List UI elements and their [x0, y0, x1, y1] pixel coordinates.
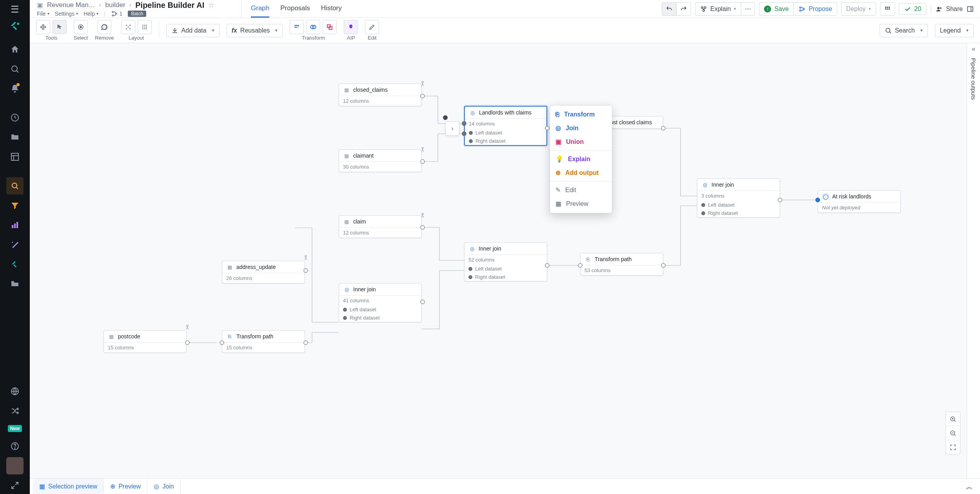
- svg-rect-49: [294, 27, 298, 27]
- aip-tool[interactable]: [344, 20, 358, 34]
- transform-tool[interactable]: [290, 20, 304, 34]
- settings-menu[interactable]: Settings ▾: [55, 11, 78, 17]
- layout-grid[interactable]: [138, 20, 152, 34]
- node-inner-join-3[interactable]: ◎Inner join 3 columns Left dataset Right…: [697, 178, 780, 218]
- chevron-right-icon: ›: [99, 1, 102, 9]
- tab-proposals[interactable]: Proposals: [280, 0, 310, 18]
- svg-rect-22: [889, 7, 890, 8]
- globe-rail-icon[interactable]: [6, 383, 24, 400]
- menu-toggle-icon[interactable]: ☰: [11, 4, 19, 15]
- node-at-risk-landlords[interactable]: ◯At risk landlords Not yet deployed: [818, 190, 901, 213]
- bottom-selection-preview[interactable]: ▦Selection preview: [33, 479, 104, 494]
- help-rail-icon[interactable]: [6, 438, 24, 455]
- svg-point-56: [422, 147, 423, 149]
- files-rail-icon[interactable]: [6, 275, 24, 292]
- ctx-add-output[interactable]: ⊕Add output: [550, 166, 612, 180]
- breadcrumb-block: ▣ Revenue Man… › builder › Pipeline Buil…: [30, 0, 241, 18]
- wand-rail-icon[interactable]: [6, 236, 24, 253]
- node-inner-join-1[interactable]: ◎Inner join 41 columns Left dataset Righ…: [339, 283, 422, 322]
- filter-rail-icon[interactable]: [6, 197, 24, 214]
- layout-auto[interactable]: [121, 20, 135, 34]
- bottom-join[interactable]: ◎Join: [147, 479, 180, 494]
- add-data-button[interactable]: Add data: [166, 24, 220, 37]
- ctx-join[interactable]: ◎Join: [550, 121, 612, 135]
- history-rail-icon[interactable]: [6, 109, 24, 126]
- union-tool[interactable]: [323, 20, 337, 34]
- help-menu[interactable]: Help ▾: [83, 11, 98, 17]
- svg-point-55: [422, 82, 423, 83]
- search-rail-icon[interactable]: [6, 60, 24, 78]
- svg-point-26: [937, 7, 940, 9]
- zoom-in-button[interactable]: [946, 412, 960, 426]
- node-transform-path-1[interactable]: ⎘Transform path 15 columns: [222, 330, 305, 353]
- explain-button[interactable]: Explain ▾: [695, 2, 741, 16]
- edit-tool[interactable]: [365, 20, 379, 34]
- query-rail-icon[interactable]: [6, 177, 24, 194]
- user-avatar[interactable]: [6, 457, 24, 474]
- node-inner-join-2[interactable]: ◎Inner join 52 columns Left dataset Righ…: [464, 242, 547, 282]
- breadcrumb-builder[interactable]: builder: [105, 1, 125, 9]
- zoom-out-button[interactable]: [946, 426, 960, 440]
- svg-point-12: [112, 15, 113, 16]
- remove-tool[interactable]: [97, 20, 111, 34]
- svg-point-38: [127, 27, 129, 28]
- node-transform-path-2[interactable]: ⎘Transform path 53 columns: [580, 253, 663, 276]
- ctx-preview[interactable]: ▦Preview: [550, 197, 612, 211]
- waffle-button[interactable]: [880, 2, 895, 16]
- save-button[interactable]: ↑Save: [759, 2, 793, 16]
- expand-rail-icon[interactable]: [6, 477, 24, 494]
- batch-badge: Batch: [128, 11, 146, 17]
- tab-history[interactable]: History: [321, 0, 342, 18]
- expand-node-button[interactable]: ›: [445, 122, 459, 136]
- folder-rail-icon[interactable]: [6, 129, 24, 146]
- svg-point-47: [146, 28, 147, 29]
- file-menu[interactable]: File ▾: [37, 11, 49, 17]
- more-button[interactable]: ⋯: [741, 2, 755, 16]
- svg-rect-4: [12, 225, 13, 228]
- node-claim[interactable]: ▦claim 12 columns: [339, 215, 422, 238]
- bottom-preview[interactable]: ⊕Preview: [104, 479, 147, 494]
- star-icon[interactable]: ☆: [208, 1, 214, 9]
- zoom-fit-button[interactable]: [946, 440, 960, 454]
- redo-button[interactable]: [676, 2, 691, 16]
- node-claimant[interactable]: ▦claimant 30 columns: [339, 149, 422, 172]
- shuffle-rail-icon[interactable]: [6, 402, 24, 420]
- legend-button[interactable]: Legend: [935, 24, 974, 37]
- canvas[interactable]: ▦closed_claims 12 columns ▦claimant 30 c…: [30, 43, 980, 478]
- app-logo[interactable]: [6, 17, 24, 35]
- right-panel-toggle[interactable]: [967, 5, 974, 13]
- tab-graph[interactable]: Graph: [251, 0, 269, 18]
- search-button[interactable]: Search: [880, 24, 928, 37]
- node-postcode[interactable]: ▦postcode 15 columns: [103, 330, 187, 353]
- node-closed-claims[interactable]: ▦closed_claims 12 columns: [339, 84, 422, 106]
- undo-button[interactable]: [662, 2, 676, 16]
- ctx-explain[interactable]: 💡Explain: [550, 152, 612, 166]
- pipeline-rail-icon[interactable]: [6, 256, 24, 273]
- breadcrumb-root[interactable]: Revenue Man…: [47, 1, 95, 9]
- ctx-edit[interactable]: ✎Edit: [550, 183, 612, 197]
- node-landlords-with-claims[interactable]: ◎Landlords with claims 14 columns Left d…: [464, 106, 547, 146]
- pointer-tool[interactable]: [53, 20, 67, 34]
- ctx-transform[interactable]: ⎘Transform: [550, 108, 612, 121]
- branch-count[interactable]: 1: [111, 10, 123, 17]
- toolbar: Tools Select Remove Layout Add data fx R…: [30, 18, 980, 43]
- chevron-right-icon: ›: [129, 1, 132, 9]
- layout-rail-icon[interactable]: [6, 148, 24, 165]
- deploy-button[interactable]: Deploy ▾: [841, 2, 877, 16]
- right-panel-collapsed[interactable]: « Pipeline outputs: [967, 43, 980, 478]
- reusables-button[interactable]: fx Reusables: [227, 24, 283, 37]
- select-tool[interactable]: [74, 20, 88, 34]
- chart-rail-icon[interactable]: [6, 216, 24, 234]
- notifications-icon[interactable]: [6, 80, 24, 97]
- svg-point-33: [103, 26, 105, 28]
- propose-button[interactable]: Propose: [793, 2, 837, 16]
- node-address-update[interactable]: ▦address_update 26 columns: [222, 261, 305, 283]
- join-tool[interactable]: [306, 20, 320, 34]
- home-icon[interactable]: [6, 41, 24, 58]
- bottom-collapse[interactable]: ︽: [962, 482, 977, 491]
- warning-count[interactable]: 20: [899, 3, 926, 15]
- collapse-left-icon[interactable]: «: [972, 45, 975, 53]
- move-tool[interactable]: [36, 20, 50, 34]
- share-button[interactable]: Share: [936, 5, 963, 13]
- ctx-union[interactable]: ▣Union: [550, 135, 612, 149]
